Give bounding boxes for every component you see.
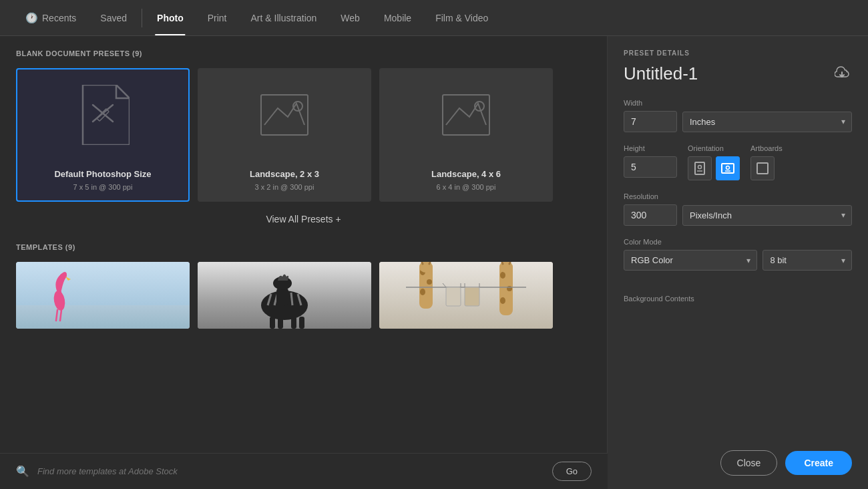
preset-card-default[interactable]: Default Photoshop Size 7 x 5 in @ 300 pp…	[16, 68, 190, 202]
color-mode-field-group: Color Mode RGB Color CMYK Color Lab Colo…	[624, 238, 852, 271]
presets-section-header: BLANK DOCUMENT PRESETS (9)	[16, 49, 591, 57]
preset-icon-area-3	[381, 69, 552, 160]
clock-icon: 🕐	[25, 12, 38, 24]
go-button[interactable]: Go	[552, 462, 592, 481]
svg-rect-8	[16, 305, 190, 329]
artboards-button[interactable]	[750, 156, 775, 180]
orientation-label: Orientation	[688, 144, 740, 152]
template-card-zebra[interactable]	[198, 262, 371, 329]
save-preset-button[interactable]	[832, 63, 852, 84]
portrait-button[interactable]	[688, 156, 712, 180]
svg-line-18	[291, 293, 292, 305]
width-field-group: Width Inches Pixels Centimeters Millimet…	[624, 99, 852, 132]
color-mode-wrapper: RGB Color CMYK Color Lab Color Grayscale…	[624, 250, 757, 271]
background-contents-label: Background Contents	[624, 295, 852, 303]
landscape-photo-icon	[258, 92, 311, 138]
bottom-search-bar: 🔍 Go	[0, 453, 608, 489]
nav-item-saved[interactable]: Saved	[88, 0, 139, 35]
flamingo-template-image	[16, 262, 190, 329]
width-input[interactable]	[624, 111, 677, 132]
svg-point-31	[419, 262, 433, 273]
resolution-field-group: Resolution Pixels/Inch Pixels/Centimeter	[624, 192, 852, 226]
document-title: Untitled-1	[624, 63, 698, 84]
color-mode-select[interactable]: RGB Color CMYK Color Lab Color Grayscale…	[624, 250, 757, 271]
svg-rect-52	[722, 164, 734, 173]
width-row: Inches Pixels Centimeters Millimeters Po…	[624, 111, 852, 132]
width-unit-select[interactable]: Inches Pixels Centimeters Millimeters Po…	[682, 112, 852, 132]
giraffe-template-image	[379, 262, 553, 329]
left-panel: BLANK DOCUMENT PRESETS (9)	[0, 36, 608, 489]
resolution-input[interactable]	[624, 204, 677, 226]
top-navigation: 🕐 Recents Saved Photo Print Art & Illust…	[0, 0, 868, 36]
height-group: Height	[624, 144, 677, 180]
svg-rect-22	[270, 317, 275, 329]
preset-label-2: Landscape, 2 x 3 3 x 2 in @ 300 ppi	[243, 160, 326, 200]
color-mode-row: RGB Color CMYK Color Lab Color Grayscale…	[624, 250, 852, 271]
resolution-label: Resolution	[624, 192, 852, 200]
color-mode-label: Color Mode	[624, 238, 852, 246]
resolution-row: Pixels/Inch Pixels/Centimeter	[624, 204, 852, 226]
photoshop-document-icon	[76, 85, 130, 145]
svg-point-38	[499, 262, 513, 273]
svg-point-36	[507, 286, 512, 291]
width-unit-wrapper: Inches Pixels Centimeters Millimeters Po…	[682, 112, 852, 132]
svg-point-35	[500, 272, 505, 279]
create-button[interactable]: Create	[785, 451, 852, 475]
height-label: Height	[624, 144, 677, 152]
preset-label-3: Landscape, 4 x 6 6 x 4 in @ 300 ppi	[425, 160, 507, 200]
nav-item-art[interactable]: Art & Illustration	[239, 0, 329, 35]
right-bottom-buttons: Close Create	[624, 437, 852, 476]
svg-rect-20	[276, 287, 288, 306]
landscape-photo-icon-2	[439, 92, 493, 138]
svg-point-37	[500, 297, 505, 304]
svg-rect-23	[278, 317, 283, 329]
landscape-icon	[721, 163, 734, 174]
main-content: BLANK DOCUMENT PRESETS (9)	[0, 36, 868, 489]
portrait-icon	[694, 162, 705, 175]
artboard-icon	[756, 162, 769, 175]
orientation-group: Orientation	[688, 144, 740, 180]
preset-card-landscape-4x6[interactable]: Landscape, 4 x 6 6 x 4 in @ 300 ppi	[379, 68, 553, 202]
nav-divider	[142, 9, 142, 27]
preset-grid: Default Photoshop Size 7 x 5 in @ 300 pp…	[16, 68, 591, 202]
nav-item-web[interactable]: Web	[329, 0, 372, 35]
view-all-presets-button[interactable]: View All Presets +	[16, 214, 591, 224]
nav-item-print[interactable]: Print	[196, 0, 239, 35]
width-label: Width	[624, 99, 852, 107]
doc-title-row: Untitled-1	[624, 63, 852, 84]
nav-item-photo[interactable]: Photo	[145, 0, 196, 35]
resolution-unit-wrapper: Pixels/Inch Pixels/Centimeter	[682, 205, 852, 226]
svg-point-53	[726, 166, 730, 170]
orientation-buttons	[688, 156, 740, 180]
height-input[interactable]	[624, 156, 677, 178]
close-button[interactable]: Close	[720, 450, 778, 476]
preset-card-landscape-2x3[interactable]: Landscape, 2 x 3 3 x 2 in @ 300 ppi	[198, 68, 371, 202]
svg-rect-55	[757, 163, 768, 174]
svg-point-30	[420, 289, 425, 295]
save-to-cloud-icon	[835, 66, 849, 78]
bit-depth-wrapper: 8 bit 16 bit 32 bit	[763, 250, 852, 271]
templates-grid	[16, 262, 591, 329]
resolution-unit-select[interactable]: Pixels/Inch Pixels/Centimeter	[682, 205, 852, 226]
nav-item-mobile[interactable]: Mobile	[372, 0, 423, 35]
templates-section-header: TEMPLATES (9)	[16, 243, 591, 251]
template-card-flamingo[interactable]	[16, 262, 190, 329]
preset-label: Default Photoshop Size 7 x 5 in @ 300 pp…	[47, 160, 158, 200]
nav-item-recents[interactable]: 🕐 Recents	[13, 0, 88, 35]
preset-details-label: PRESET DETAILS	[624, 49, 852, 57]
background-contents-group: Background Contents	[624, 283, 852, 308]
bit-depth-select[interactable]: 8 bit 16 bit 32 bit	[763, 250, 852, 271]
svg-point-50	[698, 166, 702, 169]
artboards-label: Artboards	[750, 144, 783, 152]
search-icon: 🔍	[16, 465, 29, 478]
landscape-button[interactable]	[716, 156, 740, 180]
stock-search-input[interactable]	[37, 466, 544, 476]
preset-icon-area	[17, 69, 188, 160]
nav-item-film[interactable]: Film & Video	[423, 0, 500, 35]
svg-rect-43	[465, 287, 479, 306]
height-orient-row: Height Orientation	[624, 144, 852, 180]
template-card-giraffe[interactable]	[379, 262, 553, 329]
zebra-template-image	[198, 262, 371, 329]
preset-icon-area-2	[199, 69, 370, 160]
svg-rect-42	[446, 287, 461, 306]
